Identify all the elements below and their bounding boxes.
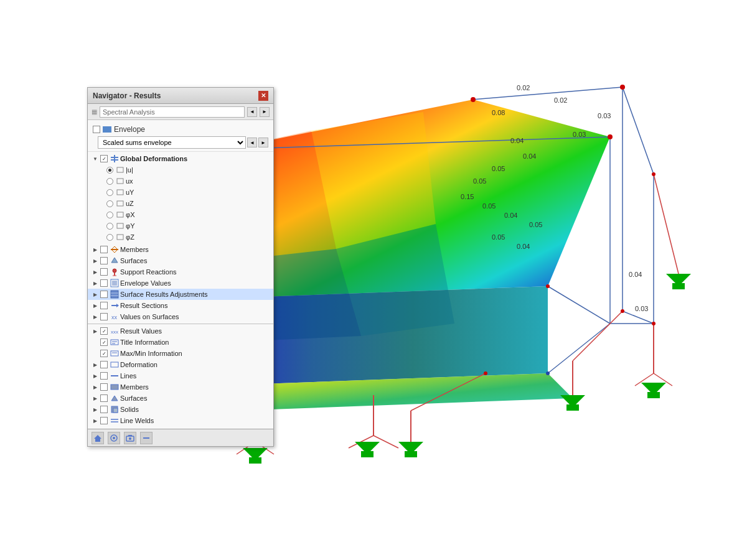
dash-button[interactable] — [140, 432, 153, 444]
envelope-values-item[interactable]: ▶ Envelope Values — [88, 278, 273, 289]
home-button[interactable] — [92, 432, 104, 444]
solids-item[interactable]: ▶ Solids — [88, 404, 273, 415]
svg-point-44 — [652, 322, 655, 325]
members-checkbox[interactable] — [100, 246, 108, 253]
navigator-title: Navigator - Results — [93, 91, 161, 100]
svg-point-38 — [471, 97, 476, 102]
lines-item[interactable]: ▶ Lines — [88, 370, 273, 381]
deform-phiz-item[interactable]: φZ — [88, 231, 273, 243]
result-sections-expand[interactable]: ▶ — [92, 302, 99, 309]
members-disp-expand[interactable]: ▶ — [92, 383, 99, 391]
deform-phiy-icon — [116, 222, 125, 230]
view-button[interactable] — [108, 432, 120, 444]
nav-bottom-bar — [88, 429, 273, 446]
label-003: 0.03 — [598, 112, 611, 119]
deformation-item[interactable]: ▶ Deformation — [88, 359, 273, 370]
result-sections-item[interactable]: ▶ Result Sections — [88, 300, 273, 311]
title-info-checkbox[interactable] — [100, 338, 108, 346]
svg-line-7 — [622, 87, 654, 174]
lines-expand[interactable]: ▶ — [92, 372, 99, 380]
surfaces-disp-expand[interactable]: ▶ — [92, 394, 99, 402]
surfaces-item[interactable]: ▶ Surfaces — [88, 255, 273, 266]
members-disp-checkbox[interactable] — [100, 383, 108, 391]
label-004d: 0.04 — [517, 243, 530, 250]
line-welds-expand[interactable]: ▶ — [92, 417, 99, 424]
line-welds-checkbox[interactable] — [100, 417, 108, 424]
surface-results-checkbox[interactable] — [100, 291, 108, 298]
lines-checkbox[interactable] — [100, 372, 108, 380]
deform-phiz-radio[interactable] — [106, 234, 113, 241]
deform-uy-item[interactable]: uY — [88, 187, 273, 198]
values-on-surfaces-item[interactable]: ▶ xx Values on Surfaces — [88, 311, 273, 322]
deform-uz-radio[interactable] — [106, 200, 113, 207]
result-values-checkbox[interactable] — [100, 327, 108, 335]
svg-rect-28 — [405, 451, 417, 457]
members-icon — [110, 245, 119, 254]
members-item[interactable]: ▶ Members — [88, 244, 273, 255]
support-reactions-expand[interactable]: ▶ — [92, 268, 99, 276]
surface-results-icon — [110, 290, 119, 299]
maxmin-info-item[interactable]: Max/Min Information — [88, 348, 273, 359]
envelope-checkbox[interactable] — [93, 126, 100, 133]
label-003c: 0.03 — [635, 305, 648, 312]
deformation-checkbox[interactable] — [100, 361, 108, 368]
deform-ux-item[interactable]: ux — [88, 175, 273, 187]
solids-checkbox[interactable] — [100, 406, 108, 413]
svg-marker-71 — [116, 304, 119, 307]
title-info-item[interactable]: Title Information — [88, 337, 273, 348]
members-label: Members — [120, 246, 149, 253]
svg-point-45 — [484, 371, 487, 375]
envelope-values-checkbox[interactable] — [100, 279, 108, 287]
svg-marker-82 — [111, 396, 118, 401]
global-deformations-icon — [110, 154, 119, 163]
support-reactions-item[interactable]: ▶ Support Reactions — [88, 266, 273, 278]
lines-icon — [110, 371, 119, 380]
label-004b: 0.04 — [523, 152, 536, 160]
surface-results-item[interactable]: ▶ Surface Results Adjustments — [88, 289, 273, 300]
deform-phiy-item[interactable]: φY — [88, 220, 273, 231]
surfaces-disp-checkbox[interactable] — [100, 394, 108, 402]
envelope-values-expand[interactable]: ▶ — [92, 279, 99, 287]
surfaces-expand[interactable]: ▶ — [92, 257, 99, 264]
maxmin-info-checkbox[interactable] — [100, 350, 108, 357]
global-deformations-checkbox[interactable] — [100, 155, 108, 162]
values-on-surfaces-checkbox[interactable] — [100, 313, 108, 320]
support-reactions-checkbox[interactable] — [100, 268, 108, 276]
deform-phix-radio[interactable] — [106, 212, 113, 218]
camera-button[interactable] — [124, 432, 136, 444]
svg-line-11 — [548, 286, 610, 324]
envelope-prev-btn[interactable]: ◄ — [247, 138, 257, 147]
svg-rect-77 — [111, 351, 118, 356]
deform-uz-item[interactable]: uZ — [88, 198, 273, 209]
maxmin-info-label: Max/Min Information — [120, 350, 182, 357]
deform-ux-label: ux — [126, 177, 133, 185]
deform-uy-label: uY — [126, 189, 134, 196]
envelope-dropdown[interactable]: Scaled sums envelope — [98, 136, 246, 149]
surfaces-checkbox[interactable] — [100, 257, 108, 264]
surfaces-disp-item[interactable]: ▶ Surfaces — [88, 393, 273, 404]
values-on-surfaces-expand[interactable]: ▶ — [92, 313, 99, 320]
deformation-expand[interactable]: ▶ — [92, 361, 99, 368]
surface-results-expand[interactable]: ▶ — [92, 291, 99, 298]
spectral-next-btn[interactable]: ► — [260, 107, 270, 117]
deform-ux-radio[interactable] — [106, 178, 113, 185]
solids-expand[interactable]: ▶ — [92, 406, 99, 413]
result-values-expand[interactable]: ▶ — [92, 327, 99, 335]
deform-phix-item[interactable]: φX — [88, 209, 273, 220]
label-015: 0.15 — [461, 193, 474, 200]
deform-u-abs-item[interactable]: |u| — [88, 164, 273, 175]
spectral-analysis-label[interactable]: Spectral Analysis — [100, 106, 245, 118]
deform-phiy-radio[interactable] — [106, 223, 113, 230]
deform-u-abs-radio[interactable] — [106, 167, 113, 174]
members-expand[interactable]: ▶ — [92, 246, 99, 253]
spectral-prev-btn[interactable]: ◄ — [247, 107, 257, 117]
envelope-next-btn[interactable]: ► — [258, 138, 268, 147]
deform-uy-radio[interactable] — [106, 189, 113, 196]
global-deformations-item[interactable]: ▼ Global Deformations — [88, 153, 273, 164]
members-disp-item[interactable]: ▶ Members — [88, 381, 273, 393]
close-button[interactable]: ✕ — [258, 91, 268, 101]
result-values-item[interactable]: ▶ xxx Result Values — [88, 325, 273, 337]
line-welds-item[interactable]: ▶ Line Welds — [88, 415, 273, 426]
result-sections-checkbox[interactable] — [100, 302, 108, 309]
global-deformations-expand[interactable]: ▼ — [92, 155, 99, 162]
